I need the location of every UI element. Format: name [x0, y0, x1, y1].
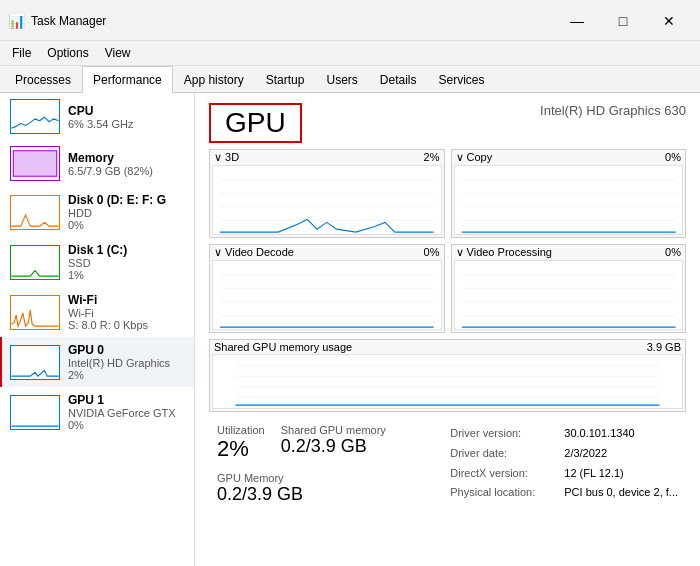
charts-grid: ∨ 3D 2% ∨ Copy 0%: [209, 149, 686, 333]
disk0-graph: [10, 195, 60, 230]
chart-vp-pct: 0%: [665, 246, 681, 259]
gpu-title: GPU: [209, 103, 302, 143]
disk0-name: Disk 0 (D: E: F: G: [68, 193, 186, 207]
stat-shared-mem: Shared GPU memory 0.2/3.9 GB: [273, 420, 394, 466]
menu-options[interactable]: Options: [39, 43, 96, 63]
chart-3d-label: ∨ 3D: [214, 151, 239, 164]
wifi-type: Wi-Fi: [68, 307, 186, 319]
cpu-graph: [10, 99, 60, 134]
disk1-sparkline: [11, 246, 59, 279]
cpu-usage: 6% 3.54 GHz: [68, 118, 186, 130]
chart-3d-svg: [213, 166, 441, 234]
sidebar: CPU 6% 3.54 GHz Memory 6.5/7.9 GB (82%): [0, 93, 195, 566]
wifi-sparkline: [11, 296, 59, 329]
shared-mem-area: [212, 354, 683, 409]
disk0-sparkline: [11, 196, 59, 229]
shared-mem-value: 3.9 GB: [647, 341, 681, 353]
memory-usage: 6.5/7.9 GB (82%): [68, 165, 186, 177]
app-icon: 📊: [8, 13, 25, 29]
directx-value: 12 (FL 12.1): [564, 464, 624, 484]
disk0-info: Disk 0 (D: E: F: G HDD 0%: [68, 193, 186, 231]
chart-video-processing: ∨ Video Processing 0%: [451, 244, 687, 333]
title-bar-left: 📊 Task Manager: [8, 13, 106, 29]
location-label: Physical location:: [450, 483, 560, 503]
tab-services[interactable]: Services: [428, 66, 496, 93]
chart-3d-area: [212, 165, 442, 235]
chart-vp-area: [454, 260, 684, 330]
svg-rect-0: [13, 151, 56, 176]
chart-vd-labels: ∨ Video Decode 0%: [210, 245, 444, 260]
gpu1-usage: 0%: [68, 419, 186, 431]
chart-vd-svg: [213, 261, 441, 329]
chart-3d: ∨ 3D 2%: [209, 149, 445, 238]
tab-performance[interactable]: Performance: [82, 66, 173, 93]
content-area: GPU Intel(R) HD Graphics 630 ∨ 3D 2%: [195, 93, 700, 566]
gpu1-graph: [10, 395, 60, 430]
sidebar-item-gpu0[interactable]: GPU 0 Intel(R) HD Graphics 2%: [0, 337, 194, 387]
chart-vd-pct: 0%: [424, 246, 440, 259]
gpu1-info: GPU 1 NVIDIA GeForce GTX 0%: [68, 393, 186, 431]
sidebar-item-disk0[interactable]: Disk 0 (D: E: F: G HDD 0%: [0, 187, 194, 237]
driver-date-value: 2/3/2022: [564, 444, 607, 464]
tab-app-history[interactable]: App history: [173, 66, 255, 93]
gpu0-graph: [10, 345, 60, 380]
info-block: Driver version: 30.0.101.1340 Driver dat…: [442, 420, 686, 509]
memory-sparkline: [11, 147, 59, 180]
sidebar-item-gpu1[interactable]: GPU 1 NVIDIA GeForce GTX 0%: [0, 387, 194, 437]
minimize-button[interactable]: —: [554, 6, 600, 36]
tab-startup[interactable]: Startup: [255, 66, 316, 93]
chart-copy: ∨ Copy 0%: [451, 149, 687, 238]
disk0-type: HDD: [68, 207, 186, 219]
wifi-name: Wi-Fi: [68, 293, 186, 307]
title-bar: 📊 Task Manager — □ ✕: [0, 0, 700, 41]
chart-video-decode: ∨ Video Decode 0%: [209, 244, 445, 333]
chart-copy-svg: [455, 166, 683, 234]
chart-vp-label: ∨ Video Processing: [456, 246, 552, 259]
stats-row2: GPU Memory 0.2/3.9 GB: [209, 468, 442, 509]
disk1-info: Disk 1 (C:) SSD 1%: [68, 243, 186, 281]
sidebar-item-cpu[interactable]: CPU 6% 3.54 GHz: [0, 93, 194, 140]
close-button[interactable]: ✕: [646, 6, 692, 36]
tab-processes[interactable]: Processes: [4, 66, 82, 93]
chart-copy-labels: ∨ Copy 0%: [452, 150, 686, 165]
sidebar-item-wifi[interactable]: Wi-Fi Wi-Fi S: 8.0 R: 0 Kbps: [0, 287, 194, 337]
menu-file[interactable]: File: [4, 43, 39, 63]
chart-copy-area: [454, 165, 684, 235]
driver-date-row: Driver date: 2/3/2022: [450, 444, 678, 464]
disk0-usage: 0%: [68, 219, 186, 231]
cpu-info: CPU 6% 3.54 GHz: [68, 104, 186, 130]
gpu0-name: GPU 0: [68, 343, 186, 357]
wifi-info: Wi-Fi Wi-Fi S: 8.0 R: 0 Kbps: [68, 293, 186, 331]
app-title: Task Manager: [31, 14, 106, 28]
memory-info: Memory 6.5/7.9 GB (82%): [68, 151, 186, 177]
driver-version-row: Driver version: 30.0.101.1340: [450, 424, 678, 444]
sidebar-item-disk1[interactable]: Disk 1 (C:) SSD 1%: [0, 237, 194, 287]
tabs: Processes Performance App history Startu…: [0, 66, 700, 93]
shared-mem-label: Shared GPU memory usage: [214, 341, 352, 353]
location-row: Physical location: PCI bus 0, device 2, …: [450, 483, 678, 503]
shared-mem-panel: Shared GPU memory usage 3.9 GB: [209, 339, 686, 412]
gpu1-model: NVIDIA GeForce GTX: [68, 407, 186, 419]
gpu0-model: Intel(R) HD Graphics: [68, 357, 186, 369]
tab-users[interactable]: Users: [315, 66, 368, 93]
driver-version-value: 30.0.101.1340: [564, 424, 634, 444]
memory-name: Memory: [68, 151, 186, 165]
disk1-graph: [10, 245, 60, 280]
gpu1-sparkline: [11, 396, 59, 429]
chart-vd-area: [212, 260, 442, 330]
wifi-speed: S: 8.0 R: 0 Kbps: [68, 319, 186, 331]
shared-mem-svg: [213, 355, 682, 408]
menu-view[interactable]: View: [97, 43, 139, 63]
maximize-button[interactable]: □: [600, 6, 646, 36]
sidebar-item-memory[interactable]: Memory 6.5/7.9 GB (82%): [0, 140, 194, 187]
cpu-sparkline: [11, 100, 59, 133]
disk1-type: SSD: [68, 257, 186, 269]
gpu1-name: GPU 1: [68, 393, 186, 407]
tab-details[interactable]: Details: [369, 66, 428, 93]
disk1-usage: 1%: [68, 269, 186, 281]
cpu-name: CPU: [68, 104, 186, 118]
title-bar-controls: — □ ✕: [554, 6, 692, 36]
stat-gpu-memory: GPU Memory 0.2/3.9 GB: [209, 468, 311, 509]
driver-version-label: Driver version:: [450, 424, 560, 444]
gpu0-sparkline: [11, 346, 59, 379]
